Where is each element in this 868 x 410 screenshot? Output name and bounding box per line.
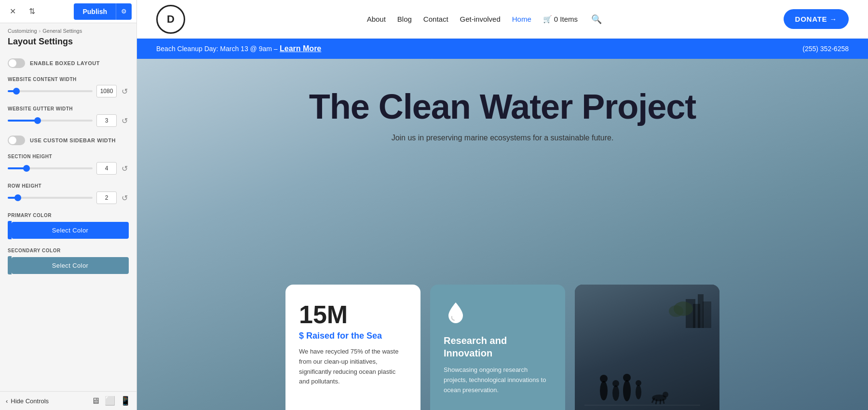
logo-circle: D [156,5,185,34]
gutter-width-value[interactable]: 3 [96,114,117,127]
row-height-track[interactable] [8,197,93,199]
silhouettes-svg [584,362,700,410]
announcement-bar: Beach Cleanup Day: March 13 @ 9am – Lear… [137,39,868,59]
gutter-width-label: Website Gutter Width [8,106,129,111]
section-height-setting: Section Height 4 ↺ [8,154,129,175]
section-height-label: Section Height [8,154,129,159]
row-height-value[interactable]: 2 [96,191,117,204]
boxed-layout-setting: Enable Boxed Layout [8,58,129,68]
top-toolbar: ✕ ⇅ Publish ⚙ [0,0,136,23]
boxed-layout-toggle[interactable] [8,58,25,68]
card-stat: 15M [299,300,407,329]
section-height-slider-row: 4 ↺ [8,162,129,175]
primary-color-label: Primary Color [8,213,129,218]
secondary-color-setting: Secondary Color Select Color [8,248,129,274]
desktop-view-button[interactable]: 🖥 [91,396,100,406]
secondary-color-select-button[interactable]: Select Color [12,257,129,274]
reorder-button[interactable]: ⇅ [24,4,40,19]
panel-title: Layout Settings [0,36,136,53]
gutter-width-track[interactable] [8,120,93,122]
mobile-view-button[interactable]: 📱 [120,396,131,406]
site-logo: D [156,5,185,34]
buildings-silhouette [657,289,715,330]
svg-point-7 [636,385,641,399]
svg-point-6 [623,374,631,382]
gear-icon: ⚙ [121,8,127,15]
row-height-thumb[interactable] [14,194,21,201]
primary-color-wrapper: Select Color [8,221,129,239]
secondary-color-swatch [8,256,12,274]
toolbar-left: ✕ ⇅ [5,4,40,19]
stat-card: 15M $ Raised for the Sea We have recycle… [285,285,420,410]
gutter-width-thumb[interactable] [34,117,41,124]
water-drop-icon [444,300,552,328]
content-width-slider-row: 1080 ↺ [8,85,129,97]
innovation-card-desc: Showcasing ongoing research projects, te… [444,365,552,395]
announcement-text: Beach Cleanup Day: March 13 @ 9am – [156,45,278,53]
cart-area[interactable]: 🛒 0 Items [543,15,578,24]
svg-point-8 [636,380,641,386]
breadcrumb-arrow: › [39,28,41,34]
close-button[interactable]: ✕ [5,4,20,19]
nav-get-involved[interactable]: Get-involved [460,15,501,23]
svg-point-2 [600,375,608,383]
custom-sidebar-toggle[interactable] [8,136,25,145]
content-width-track[interactable] [8,90,93,92]
nav-contact[interactable]: Contact [423,15,448,23]
hero-section: The Clean Water Project Join us in prese… [137,59,868,410]
announcement-link[interactable]: Learn More [280,44,321,53]
section-height-track[interactable] [8,167,93,169]
row-height-reset[interactable]: ↺ [121,192,129,204]
left-panel: ✕ ⇅ Publish ⚙ Customizing › General Sett… [0,0,137,410]
preview-area: D About Blog Contact Get-involved Home 🛒… [137,0,868,410]
donate-button[interactable]: DONATE → [784,9,849,29]
reorder-icon: ⇅ [29,7,35,16]
content-width-label: Website Content Width [8,77,129,82]
content-width-thumb[interactable] [13,88,20,95]
custom-sidebar-setting: Use Custom Sidebar Width [8,136,129,145]
primary-color-setting: Primary Color Select Color [8,213,129,239]
hero-subtitle: Join us in preserving marine ecosystems … [392,134,614,142]
nav-blog[interactable]: Blog [397,15,412,23]
section-height-thumb[interactable] [23,165,30,172]
publish-group: Publish ⚙ [74,3,132,20]
svg-point-21 [669,305,683,317]
section-height-reset[interactable]: ↺ [121,163,129,174]
cards-row: 15M $ Raised for the Sea We have recycle… [137,285,868,410]
nav-about[interactable]: About [367,15,386,23]
search-icon[interactable]: 🔍 [591,14,602,25]
publish-button[interactable]: Publish [74,3,116,20]
breadcrumb: Customizing › General Settings [0,23,136,36]
device-icons: 🖥 ⬜ 📱 [91,396,131,406]
innovation-card-title: Research and Innovation [444,334,552,359]
tablet-view-button[interactable]: ⬜ [105,396,115,406]
content-width-value[interactable]: 1080 [96,85,117,97]
boxed-layout-label: Enable Boxed Layout [30,60,100,66]
hide-controls-button[interactable]: ‹ Hide Controls [6,397,49,405]
svg-line-14 [663,399,664,404]
svg-line-13 [660,399,661,404]
custom-sidebar-label: Use Custom Sidebar Width [30,137,116,143]
breadcrumb-customizing[interactable]: Customizing [8,28,37,34]
card-stat-label: $ Raised for the Sea [299,331,407,341]
breadcrumb-section: General Settings [42,28,82,34]
announcement-text-group: Beach Cleanup Day: March 13 @ 9am – Lear… [156,44,321,53]
gutter-width-setting: Website Gutter Width 3 ↺ [8,106,129,127]
bottom-bar: ‹ Hide Controls 🖥 ⬜ 📱 [0,391,136,410]
gutter-width-fill [8,120,38,122]
card-text: We have recycled 75% of the waste from o… [299,347,407,387]
content-width-reset[interactable]: ↺ [121,86,129,97]
innovation-card: Research and Innovation Showcasing ongoi… [430,285,565,410]
section-height-value[interactable]: 4 [96,162,117,175]
cart-icon: 🛒 [543,15,552,24]
gutter-width-reset[interactable]: ↺ [121,115,129,126]
publish-settings-button[interactable]: ⚙ [116,3,132,20]
image-card [575,285,719,410]
svg-point-5 [623,380,631,401]
svg-point-10 [663,392,668,397]
hide-controls-label: Hide Controls [11,397,49,405]
primary-color-select-button[interactable]: Select Color [12,222,129,239]
nav-home[interactable]: Home [512,15,531,23]
panel-content: Enable Boxed Layout Website Content Widt… [0,53,136,391]
svg-point-1 [600,381,608,400]
